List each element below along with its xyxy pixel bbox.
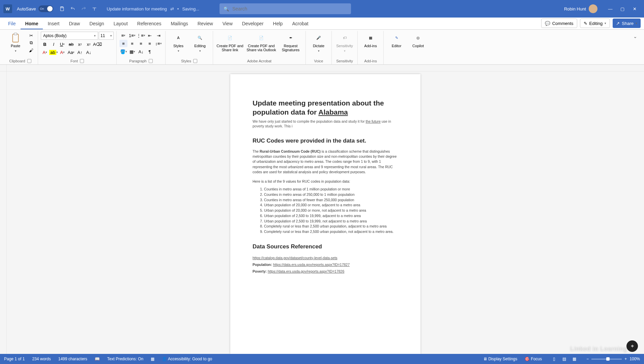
multilevel-list-button[interactable]: ⋮≡▾ [137,32,145,39]
qat-customize-icon[interactable] [90,4,99,13]
tab-layout[interactable]: Layout [109,18,133,29]
increase-indent-button[interactable]: ⇥ [154,32,163,39]
bullets-button[interactable]: ≡▾ [119,32,127,39]
read-mode-button[interactable]: ▯ [549,355,559,363]
horizontal-ruler[interactable] [7,65,644,71]
text-effects-button[interactable]: A▾ [58,49,66,56]
format-painter-button[interactable]: 🖌 [27,47,35,54]
redo-icon[interactable] [79,4,88,13]
search-input[interactable] [232,6,347,11]
tab-insert[interactable]: Insert [43,18,64,29]
link-poverty[interactable]: https://data.ers.usda.gov/reports.aspx?I… [268,269,344,273]
copy-button[interactable]: ⧉ [27,39,35,47]
tab-help[interactable]: Help [268,18,288,29]
tab-view[interactable]: View [218,18,237,29]
collapse-ribbon-icon[interactable]: ⌄ [629,31,641,64]
paste-button[interactable]: Paste ▾ [5,32,26,54]
accessibility-status[interactable]: 👤 Accessibility: Good to go [162,357,212,361]
copilot-button[interactable]: ◎Copilot [408,32,428,49]
text-predictions[interactable]: Text Predictions: On [107,357,143,361]
account-button[interactable]: Robin Hunt [564,4,597,13]
dialog-launcher-icon[interactable] [80,59,84,63]
dictate-button[interactable]: 🎤Dictate▾ [309,32,329,54]
page-indicator[interactable]: Page 1 of 1 [4,357,25,361]
document-title[interactable]: Update information for meeting [107,6,167,11]
editor-button[interactable]: ✎Editor [386,32,407,49]
share-button[interactable]: ↗Share▾ [613,19,641,28]
dialog-launcher-icon[interactable] [149,59,153,63]
word-count[interactable]: 234 words [32,357,51,361]
spellcheck-icon[interactable]: 📖 [95,357,100,361]
grow-font-button[interactable]: A↑ [76,49,84,56]
zoom-out-icon[interactable]: − [586,357,589,361]
page[interactable]: Update meeting presentation about the po… [230,74,420,354]
editing-mode-button[interactable]: ✎Editing▾ [580,19,610,28]
subscript-button[interactable]: x2 [76,40,84,48]
bold-button[interactable]: B [41,40,49,48]
tab-file[interactable]: File [3,18,21,29]
line-spacing-button[interactable]: ↕≡▾ [154,40,163,47]
show-marks-button[interactable]: ¶ [146,48,154,55]
align-center-button[interactable]: ≡ [128,40,136,47]
macro-icon[interactable]: ▦ [151,357,154,361]
web-layout-button[interactable]: ▦ [569,355,579,363]
shrink-font-button[interactable]: A↓ [85,49,93,56]
superscript-button[interactable]: x2 [85,40,93,48]
print-layout-button[interactable]: ▤ [559,355,569,363]
zoom-percent[interactable]: 100% [630,357,640,361]
save-icon[interactable] [57,4,67,13]
autosave-toggle[interactable]: AutoSave On [17,5,53,12]
italic-button[interactable]: I [50,40,58,48]
character-count[interactable]: 1499 characters [58,357,87,361]
font-name-combo[interactable]: Aptos (Body)▾ [41,32,98,40]
link-dataset[interactable]: https://catalog.data.gov/dataset/county-… [253,256,338,260]
justify-button[interactable]: ≡ [146,40,154,47]
focus-mode[interactable]: 🎯 Focus [525,357,542,361]
zoom-in-icon[interactable]: + [624,357,627,361]
tab-acrobat[interactable]: Acrobat [287,18,313,29]
zoom-control[interactable]: − + 100% [586,357,640,361]
restore-button[interactable]: ▢ [616,3,628,15]
help-fab[interactable]: ⌖ [626,340,638,352]
tab-review[interactable]: Review [193,18,218,29]
dialog-launcher-icon[interactable] [27,59,31,63]
cut-button[interactable]: ✂ [27,32,35,39]
tab-design[interactable]: Design [85,18,109,29]
styles-button[interactable]: AStyles▾ [168,32,188,54]
editing-button[interactable]: 🔍Editing▾ [190,32,210,54]
dialog-launcher-icon[interactable] [193,59,197,63]
strikethrough-button[interactable]: ab [67,40,75,48]
tab-references[interactable]: References [133,18,166,29]
tab-mailings[interactable]: Mailings [166,18,193,29]
vertical-ruler[interactable] [0,71,7,354]
font-size-combo[interactable]: 11▾ [99,32,114,40]
highlight-button[interactable]: ab▾ [50,49,58,56]
display-settings[interactable]: 🖥 Display Settings [483,357,517,361]
minimize-button[interactable]: — [604,3,616,15]
create-pdf-sharelink-button[interactable]: 📄Create PDF and Share link [216,32,244,53]
create-pdf-outlook-button[interactable]: 📄Create PDF and Share via Outlook [245,32,277,53]
shading-button[interactable]: 🪣▾ [119,48,127,55]
undo-icon[interactable] [68,4,78,13]
tab-draw[interactable]: Draw [64,18,85,29]
zoom-slider[interactable] [591,359,622,360]
numbering-button[interactable]: 1≡▾ [128,32,136,39]
close-button[interactable]: ✕ [628,3,641,15]
align-right-button[interactable]: ≡ [137,40,145,47]
tab-developer[interactable]: Developer [237,18,268,29]
document-scroll-area[interactable]: Update meeting presentation about the po… [7,71,644,354]
font-color-button[interactable]: A▾ [41,49,49,56]
comments-button[interactable]: 💬Comments [541,19,577,28]
toggle-switch[interactable]: On [38,5,53,12]
search-box[interactable]: 🔍 [219,3,351,14]
borders-button[interactable]: ▦▾ [128,48,136,55]
underline-button[interactable]: U▾ [58,40,66,48]
request-signatures-button[interactable]: ✒Request Signatures [279,32,303,53]
change-case-button[interactable]: Aa▾ [67,49,75,56]
sort-button[interactable]: A↓ [137,48,145,55]
addins-button[interactable]: ▦Add-ins [360,32,381,49]
link-population[interactable]: https://data.ers.usda.gov/reports.aspx?I… [273,263,350,267]
align-left-button[interactable]: ≡ [119,40,127,47]
decrease-indent-button[interactable]: ⇤ [146,32,154,39]
tab-home[interactable]: Home [21,18,43,29]
